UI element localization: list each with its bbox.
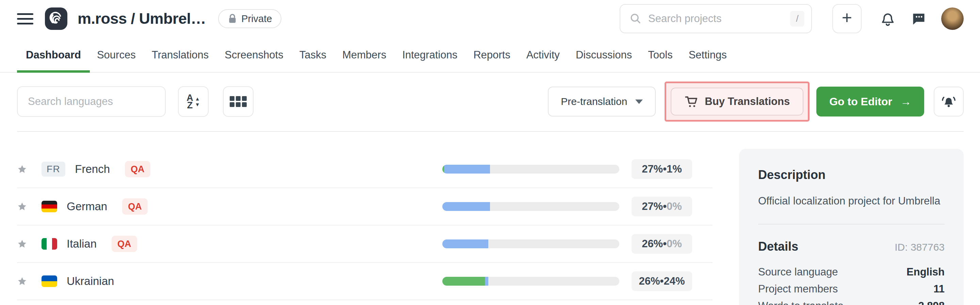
qa-issues-badge[interactable]: QA bbox=[125, 161, 150, 177]
language-name: French bbox=[75, 163, 110, 175]
ringing-bell-icon bbox=[941, 94, 956, 109]
translated-progress-segment bbox=[442, 239, 488, 248]
project-title: m.ross / Umbrel… bbox=[78, 10, 206, 27]
language-row-german[interactable]: German QA 27%•0% bbox=[17, 188, 713, 226]
tab-tools[interactable]: Tools bbox=[648, 37, 672, 72]
language-flag-icon bbox=[41, 238, 57, 250]
dashboard-toolbar: AZ ▲▼ Pre-translation Buy Translations G… bbox=[0, 82, 980, 122]
dashboard-content: FR French QA 27%•1% Germa bbox=[0, 132, 980, 305]
search-languages-input[interactable] bbox=[17, 86, 166, 117]
grid-view-button[interactable] bbox=[223, 86, 253, 117]
messages-chat-icon[interactable] bbox=[911, 11, 926, 26]
translated-progress-segment bbox=[485, 277, 488, 286]
language-row-ukrainian[interactable]: Ukrainian 26%•24% bbox=[17, 263, 713, 300]
translated-progress-segment bbox=[442, 202, 490, 211]
annotation-highlight-box: Buy Translations bbox=[665, 82, 810, 122]
favorite-star-icon[interactable] bbox=[17, 239, 27, 249]
tab-tasks[interactable]: Tasks bbox=[299, 37, 326, 72]
tab-translations[interactable]: Translations bbox=[152, 37, 209, 72]
top-bar: m.ross / Umbrel… Private / + bbox=[0, 0, 980, 37]
translation-progress-bar bbox=[442, 277, 619, 286]
detail-row: Project members 11 bbox=[758, 283, 945, 295]
sort-az-icon: AZ ▲▼ bbox=[186, 94, 200, 109]
tab-screenshots[interactable]: Screenshots bbox=[224, 37, 283, 72]
language-flag-icon bbox=[41, 201, 57, 212]
project-tab-bar: DashboardSourcesTranslationsScreenshotsT… bbox=[0, 37, 980, 73]
language-name: Ukrainian bbox=[67, 275, 114, 288]
language-code-badge: FR bbox=[41, 162, 65, 177]
qa-issues-badge[interactable]: QA bbox=[122, 198, 148, 215]
translated-progress-segment bbox=[444, 165, 490, 174]
detail-row: Words to translate 2 898 bbox=[758, 300, 945, 305]
approved-progress-segment bbox=[442, 277, 485, 286]
language-flag-icon bbox=[41, 275, 57, 287]
tab-sources[interactable]: Sources bbox=[97, 37, 136, 72]
notifications-bell-icon[interactable] bbox=[880, 11, 896, 27]
progress-percentage-badge[interactable]: 27%•0% bbox=[632, 197, 692, 217]
pre-translation-dropdown[interactable]: Pre-translation bbox=[548, 87, 656, 117]
language-name: German bbox=[67, 200, 107, 213]
detail-row: Source language English bbox=[758, 266, 945, 278]
private-badge: Private bbox=[218, 9, 282, 28]
favorite-star-icon[interactable] bbox=[17, 276, 27, 286]
arrow-right-icon: → bbox=[900, 95, 911, 108]
go-to-editor-button[interactable]: Go to Editor → bbox=[816, 87, 924, 117]
project-details-panel: Description Official localization projec… bbox=[739, 149, 964, 305]
lock-icon bbox=[228, 14, 237, 24]
hamburger-menu-icon[interactable] bbox=[17, 13, 33, 24]
search-projects-box[interactable]: / bbox=[620, 4, 812, 33]
slash-shortcut-key: / bbox=[790, 11, 804, 27]
details-rows: Source language English Project members … bbox=[758, 266, 945, 305]
user-avatar[interactable] bbox=[941, 8, 964, 30]
grid-view-icon bbox=[230, 96, 247, 107]
sort-az-button[interactable]: AZ ▲▼ bbox=[178, 86, 208, 117]
translation-progress-bar bbox=[442, 202, 619, 211]
qa-issues-badge[interactable]: QA bbox=[111, 236, 137, 252]
project-id: ID: 387763 bbox=[894, 242, 945, 253]
translation-progress-bar bbox=[442, 239, 619, 248]
description-title: Description bbox=[758, 168, 945, 182]
tab-members[interactable]: Members bbox=[342, 37, 386, 72]
buy-translations-button[interactable]: Buy Translations bbox=[671, 88, 803, 115]
create-project-button[interactable]: + bbox=[832, 4, 862, 33]
tab-discussions[interactable]: Discussions bbox=[576, 37, 632, 72]
tab-reports[interactable]: Reports bbox=[473, 37, 511, 72]
favorite-star-icon[interactable] bbox=[17, 201, 27, 212]
translation-progress-bar bbox=[442, 165, 619, 174]
search-projects-input[interactable] bbox=[648, 13, 783, 25]
description-text: Official localization project for Umbrel… bbox=[758, 194, 945, 208]
tab-dashboard[interactable]: Dashboard bbox=[26, 37, 81, 72]
language-row-italian[interactable]: Italian QA 26%•0% bbox=[17, 226, 713, 263]
details-title: Details bbox=[758, 239, 798, 254]
progress-percentage-badge[interactable]: 26%•24% bbox=[632, 271, 692, 291]
tab-integrations[interactable]: Integrations bbox=[402, 37, 457, 72]
progress-percentage-badge[interactable]: 27%•1% bbox=[632, 159, 692, 179]
progress-percentage-badge[interactable]: 26%•0% bbox=[632, 234, 692, 254]
language-row-french[interactable]: FR French QA 27%•1% bbox=[17, 151, 713, 188]
language-list: FR French QA 27%•1% Germa bbox=[17, 132, 713, 305]
search-icon bbox=[630, 13, 641, 24]
cart-icon bbox=[684, 95, 698, 108]
tab-activity[interactable]: Activity bbox=[527, 37, 560, 72]
chevron-down-icon bbox=[635, 100, 643, 104]
language-name: Italian bbox=[67, 237, 97, 250]
crowdin-logo-icon[interactable] bbox=[45, 8, 67, 30]
panel-divider bbox=[758, 224, 945, 224]
announcements-bell-button[interactable] bbox=[934, 87, 964, 117]
private-badge-label: Private bbox=[241, 13, 272, 24]
favorite-star-icon[interactable] bbox=[17, 164, 27, 174]
tab-settings[interactable]: Settings bbox=[689, 37, 727, 72]
